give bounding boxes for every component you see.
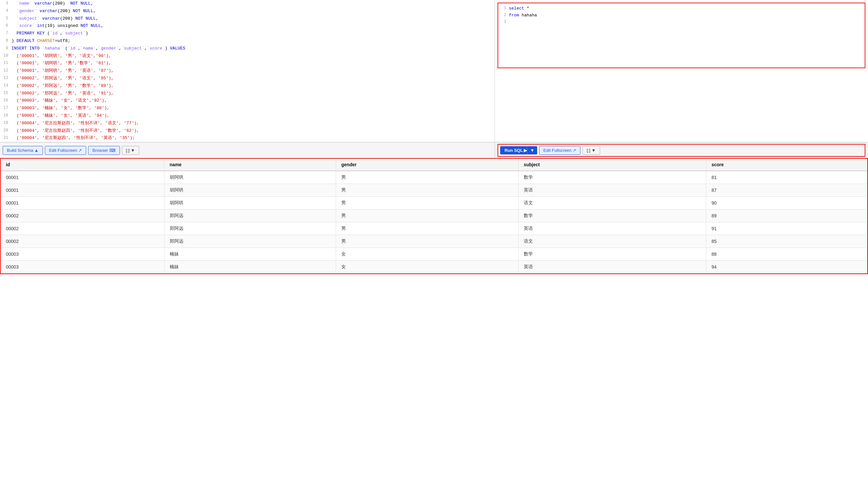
left-editor: 3 `name` varchar(200) NOT NULL, 4 `gende… [0, 0, 495, 142]
table-row: 00003楠妹女英语94 [1, 261, 867, 273]
line-content-8: ) DEFAULT CHARSET=utf8; [11, 38, 495, 44]
table-row: 00002郑阿远男英语91 [1, 222, 867, 235]
line-num-21: 21 [0, 135, 11, 142]
cell-r6-c0: 00003 [1, 248, 164, 261]
line-num-10: 10 [0, 53, 11, 60]
line-num-4: 4 [0, 8, 11, 15]
cell-r1-c1: 胡阿哄 [164, 184, 336, 197]
semicolon-left-button[interactable]: [;] ▼ [122, 146, 139, 155]
cell-r6-c2: 女 [336, 248, 518, 261]
right-line-content-1: select * [509, 5, 529, 12]
line-content-15: ('00002', '郑阿远', '男', '英语', '91'), [11, 90, 495, 97]
right-line-content-2: from hahaha [509, 12, 537, 19]
cell-r2-c1: 胡阿哄 [164, 197, 336, 210]
line-num-19: 19 [0, 120, 11, 127]
col-header-gender: gender [336, 159, 518, 171]
left-code-area[interactable]: 3 `name` varchar(200) NOT NULL, 4 `gende… [0, 0, 495, 142]
line-content-17: ('00003', '楠妹', '女', '数学', '88'), [11, 105, 495, 112]
line-content-21: ('00004', '尼古斯赵四', '性别不详', '英语', '35'); [11, 135, 495, 142]
code-line-15: 15 ('00002', '郑阿远', '男', '英语', '91'), [0, 90, 495, 98]
line-num-6: 6 [0, 23, 11, 30]
line-content-7: PRIMARY KEY (`id`,`subject`) [11, 30, 495, 37]
cell-r2-c2: 男 [336, 197, 518, 210]
cell-r7-c4: 94 [706, 261, 867, 273]
cell-r6-c1: 楠妹 [164, 248, 336, 261]
run-sql-button[interactable]: Run SQL ▶ [500, 146, 527, 154]
cell-r5-c4: 85 [706, 235, 867, 248]
table-row: 00001胡阿哄男语文90 [1, 197, 867, 210]
line-content-9: INSERT INTO `hahaha` (`id`,`name`,`gende… [11, 45, 495, 52]
edit-fullscreen-right-button[interactable]: Edit Fullscreen ↗ [539, 146, 581, 155]
line-num-18: 18 [0, 112, 11, 119]
line-content-5: `subject` varchar(200) NOT NULL, [11, 16, 495, 22]
run-sql-group: Run SQL ▶ ▼ [500, 146, 537, 154]
line-num-8: 8 [0, 38, 11, 44]
cell-r4-c2: 男 [336, 222, 518, 235]
col-header-score: score [706, 159, 867, 171]
table-row: 00002郑阿远男数学89 [1, 210, 867, 222]
cell-r0-c2: 男 [336, 171, 518, 184]
code-line-11: 11 ('00001', '胡阿哄', '男','数学', '81'), [0, 60, 495, 67]
browser-button[interactable]: Browser ⌨ [88, 146, 120, 155]
right-toolbar-wrapper: Run SQL ▶ ▼ Edit Fullscreen ↗ [;] ▼ [495, 142, 868, 158]
cell-r5-c2: 男 [336, 235, 518, 248]
line-content-14: ('00002', '郑阿远', '男', '数学', '89'), [11, 83, 495, 90]
cell-r4-c3: 英语 [518, 222, 706, 235]
cell-r5-c3: 语文 [518, 235, 706, 248]
run-sql-dropdown-button[interactable]: ▼ [527, 146, 537, 154]
code-line-4: 4 `gender` varchar(200) NOT NULL, [0, 8, 495, 15]
right-query-box[interactable]: 1 select * 2 from hahaha 3 [497, 3, 866, 68]
code-line-14: 14 ('00002', '郑阿远', '男', '数学', '89'), [0, 82, 495, 90]
line-num-17: 17 [0, 105, 11, 112]
line-num-13: 13 [0, 75, 11, 82]
results-header-row: id name gender subject score [1, 159, 867, 171]
code-line-16: 16 ('00003', '楠妹', '女', '语文','92'), [0, 97, 495, 104]
code-line-20: 20 ('00004', '尼古拉斯赵四', '性别不详', '数学', '62… [0, 127, 495, 135]
cell-r1-c4: 87 [706, 184, 867, 197]
code-line-13: 13 ('00002', '郑阿远', '男', '语文', '85'), [0, 75, 495, 82]
main-container: 3 `name` varchar(200) NOT NULL, 4 `gende… [0, 0, 868, 504]
col-header-id: id [1, 159, 164, 171]
cell-r7-c2: 女 [336, 261, 518, 273]
line-content-13: ('00002', '郑阿远', '男', '语文', '85'), [11, 75, 495, 82]
line-content-4: `gender` varchar(200) NOT NULL, [11, 8, 495, 15]
right-line-num-1: 1 [501, 5, 509, 12]
col-header-name: name [164, 159, 336, 171]
code-line-6: 6 `score` int(10) unsigned NOT NULL, [0, 22, 495, 30]
line-content-3: `name` varchar(200) NOT NULL, [11, 0, 495, 7]
cell-r3-c4: 89 [706, 210, 867, 222]
line-num-12: 12 [0, 68, 11, 74]
code-line-3: 3 `name` varchar(200) NOT NULL, [0, 0, 495, 8]
right-toolbar: Run SQL ▶ ▼ Edit Fullscreen ↗ [;] ▼ [497, 144, 866, 157]
code-line-8: 8 ) DEFAULT CHARSET=utf8; [0, 37, 495, 45]
semicolon-right-button[interactable]: [;] ▼ [582, 146, 600, 155]
edit-fullscreen-left-button[interactable]: Edit Fullscreen ↗ [45, 146, 86, 155]
build-schema-button[interactable]: Build Schema ▲ [3, 146, 43, 155]
right-line-2: 2 from hahaha [501, 12, 862, 19]
cell-r2-c4: 90 [706, 197, 867, 210]
cell-r4-c0: 00002 [1, 222, 164, 235]
table-row: 00003楠妹女数学88 [1, 248, 867, 261]
right-line-num-2: 2 [501, 12, 509, 19]
line-num-7: 7 [0, 30, 11, 37]
col-header-subject: subject [518, 159, 706, 171]
toolbar-combined: Build Schema ▲ Edit Fullscreen ↗ Browser… [0, 142, 868, 158]
cell-r6-c4: 88 [706, 248, 867, 261]
cell-r3-c3: 数学 [518, 210, 706, 222]
cell-r3-c1: 郑阿远 [164, 210, 336, 222]
line-num-16: 16 [0, 98, 11, 104]
cell-r1-c2: 男 [336, 184, 518, 197]
cell-r7-c1: 楠妹 [164, 261, 336, 273]
left-toolbar: Build Schema ▲ Edit Fullscreen ↗ Browser… [0, 142, 495, 158]
code-line-5: 5 `subject` varchar(200) NOT NULL, [0, 15, 495, 23]
cell-r6-c3: 数学 [518, 248, 706, 261]
line-num-3: 3 [0, 0, 11, 7]
line-num-20: 20 [0, 128, 11, 134]
right-line-num-3: 3 [501, 19, 509, 25]
code-line-21: 21 ('00004', '尼古斯赵四', '性别不详', '英语', '35'… [0, 134, 495, 142]
table-row: 00002郑阿远男语文85 [1, 235, 867, 248]
cell-r7-c3: 英语 [518, 261, 706, 273]
code-line-7: 7 PRIMARY KEY (`id`,`subject`) [0, 30, 495, 37]
line-num-9: 9 [0, 45, 11, 52]
cell-r0-c3: 数学 [518, 171, 706, 184]
